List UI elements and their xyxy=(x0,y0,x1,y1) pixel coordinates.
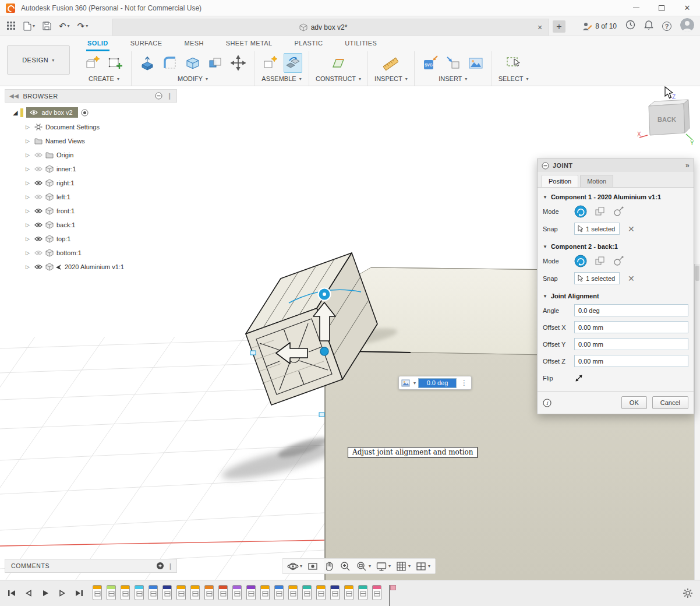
timeline-feature[interactable] xyxy=(121,585,130,600)
browser-item-back-1[interactable]: ▷back:1 xyxy=(5,218,177,232)
new-tab-button[interactable]: + xyxy=(553,20,565,33)
visibility-eye-icon[interactable] xyxy=(34,236,43,242)
angle-input[interactable]: 0.0 deg xyxy=(418,378,457,388)
viewports-icon[interactable]: ▾ xyxy=(414,561,432,572)
move-tool[interactable] xyxy=(229,53,248,73)
joint-origin-point[interactable] xyxy=(320,347,328,355)
clear-selection-icon[interactable]: ✕ xyxy=(628,224,635,234)
timeline-settings-gear-icon[interactable] xyxy=(683,588,693,601)
offset-z-input[interactable]: 0.00 mm xyxy=(574,355,688,367)
browser-item-named-views[interactable]: ▷Named Views xyxy=(5,134,177,148)
joint-alignment-section-header[interactable]: ▼Joint Alignment xyxy=(538,287,694,302)
assemble-new-component-tool[interactable] xyxy=(261,53,280,73)
play-icon[interactable] xyxy=(41,589,50,597)
ok-button[interactable]: OK xyxy=(621,396,647,409)
tab-mesh[interactable]: MESH xyxy=(183,36,204,51)
expand-caret-icon[interactable]: ▷ xyxy=(26,152,31,158)
visibility-eye-icon[interactable] xyxy=(34,166,43,172)
component2-section-header[interactable]: ▼Component 2 - back:1 xyxy=(538,237,694,252)
press-pull-tool[interactable] xyxy=(138,53,157,73)
timeline-feature[interactable] xyxy=(149,585,158,600)
more-options-icon[interactable]: ⋮ xyxy=(459,379,469,387)
combine-tool[interactable] xyxy=(206,53,225,73)
add-comment-icon[interactable] xyxy=(156,562,164,570)
go-to-end-icon[interactable] xyxy=(75,589,84,597)
mode-between-faces-icon[interactable] xyxy=(594,206,606,217)
flip-icon[interactable] xyxy=(574,374,584,383)
notifications-bell-icon[interactable] xyxy=(644,20,653,32)
browser-item-right-1[interactable]: ▷right:1 xyxy=(5,176,177,190)
offset-x-input[interactable]: 0.00 mm xyxy=(574,321,688,333)
document-tab[interactable]: adv box v2* xyxy=(113,23,533,31)
expand-caret-icon[interactable]: ▷ xyxy=(26,124,31,130)
timeline-feature[interactable] xyxy=(93,585,102,600)
visibility-eye-icon[interactable] xyxy=(34,152,43,158)
select-tool[interactable] xyxy=(504,53,523,73)
joint-dialog-header[interactable]: JOINT » xyxy=(538,159,694,172)
browser-item-2020-aluminium-v1-1[interactable]: ▷2020 Aluminium v1:1 xyxy=(5,260,177,274)
visibility-eye-icon[interactable] xyxy=(34,264,43,270)
timeline-feature[interactable] xyxy=(218,585,228,600)
visibility-eye-icon[interactable] xyxy=(30,110,38,115)
tab-close-icon[interactable]: × xyxy=(533,23,546,32)
visibility-eye-icon[interactable] xyxy=(34,180,43,186)
mode-motion-icon[interactable] xyxy=(613,206,624,217)
expand-caret-icon[interactable]: ▷ xyxy=(26,222,31,228)
avatar[interactable] xyxy=(680,18,694,34)
info-icon[interactable]: i xyxy=(543,399,551,407)
panel-grip[interactable]: ❙ xyxy=(168,562,173,570)
collapse-dialog-icon[interactable] xyxy=(542,162,549,170)
browser-item-top-1[interactable]: ▷top:1 xyxy=(5,232,177,246)
step-back-icon[interactable] xyxy=(24,589,33,597)
tab-surface[interactable]: SURFACE xyxy=(129,36,164,51)
app-grid-icon[interactable] xyxy=(7,22,16,30)
zoom-window-icon[interactable]: ▾ xyxy=(355,561,372,572)
component1-section-header[interactable]: ▼Component 1 - 2020 Aluminium v1:1 xyxy=(538,188,694,203)
right-dock-strip[interactable] xyxy=(694,264,700,580)
expand-caret-icon[interactable]: ▷ xyxy=(26,166,31,172)
angle-input[interactable]: 0.0 deg xyxy=(574,304,688,316)
job-status[interactable]: 8 of 10 xyxy=(582,22,617,31)
timeline-feature[interactable] xyxy=(135,585,144,600)
viewcube[interactable]: BACK X Y Z xyxy=(636,93,694,149)
timeline-playhead[interactable] xyxy=(388,585,397,606)
pan-icon[interactable] xyxy=(322,561,336,572)
fillet-tool[interactable] xyxy=(161,53,179,73)
mode-simple-icon-selected[interactable] xyxy=(574,205,587,218)
redo-icon[interactable]: ↷▾ xyxy=(77,22,89,30)
timeline-feature[interactable] xyxy=(190,585,200,600)
mode-between-faces-icon[interactable] xyxy=(594,255,606,267)
timeline-feature[interactable] xyxy=(358,585,367,600)
insert-canvas-tool[interactable] xyxy=(466,53,485,73)
expand-caret-icon[interactable]: ▷ xyxy=(26,250,31,256)
close-button[interactable]: ✕ xyxy=(674,0,700,16)
visibility-eye-icon[interactable] xyxy=(34,208,43,214)
manipulator-mode-icon[interactable] xyxy=(401,379,410,387)
timeline-feature[interactable] xyxy=(204,585,214,600)
maximize-button[interactable] xyxy=(649,0,674,16)
browser-item-inner-1[interactable]: ▷inner:1 xyxy=(5,162,177,176)
expand-caret-icon[interactable]: ▷ xyxy=(26,264,31,270)
component2-snap-field[interactable]: 1 selected xyxy=(574,272,620,284)
dock-dialog-icon[interactable]: » xyxy=(685,161,690,170)
timeline-feature[interactable] xyxy=(260,585,270,600)
measure-tool[interactable] xyxy=(381,53,400,73)
timeline-feature[interactable] xyxy=(330,585,340,600)
orbit-icon[interactable]: ▾ xyxy=(286,561,303,572)
browser-item-bottom-1[interactable]: ▷bottom:1 xyxy=(5,246,177,260)
snap-handle[interactable] xyxy=(319,413,324,417)
expand-caret-icon[interactable]: ▷ xyxy=(26,194,31,200)
go-to-start-icon[interactable] xyxy=(7,589,16,597)
tab-motion[interactable]: Motion xyxy=(580,175,613,187)
timeline-feature[interactable] xyxy=(162,585,172,600)
derive-tool[interactable] xyxy=(444,53,462,73)
new-component-tool[interactable] xyxy=(83,53,102,73)
comments-bar[interactable]: COMMENTS ❙ xyxy=(5,559,177,573)
modeling-canvas[interactable]: ◀◀ BROWSER ❙ ◢ adv box v2 ▷Document Sett… xyxy=(0,86,700,580)
cancel-button[interactable]: Cancel xyxy=(652,396,688,409)
component1-snap-field[interactable]: 1 selected xyxy=(574,223,620,235)
help-icon[interactable]: ? xyxy=(662,22,671,31)
construction-plane-tool[interactable] xyxy=(329,53,348,73)
tab-plastic[interactable]: PLASTIC xyxy=(294,36,324,51)
minimize-panel-icon[interactable] xyxy=(155,92,162,100)
